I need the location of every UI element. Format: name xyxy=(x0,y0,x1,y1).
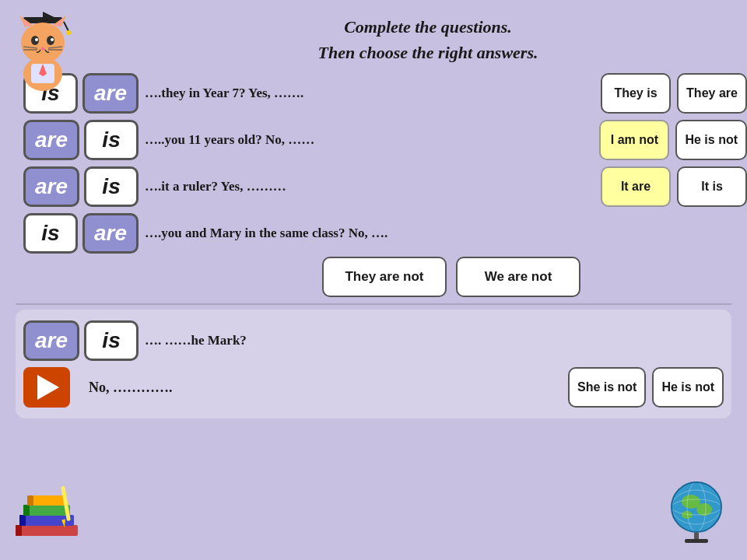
svg-point-3 xyxy=(66,30,71,35)
page: Complete the questions. Then choose the … xyxy=(0,0,747,560)
word-btns-q5: are is xyxy=(23,320,139,361)
question-row-q1: is are ….they in Year 7? Yes, ……. They i… xyxy=(0,73,747,114)
q1-answers: They is They are xyxy=(601,73,747,114)
q4-text: ….you and Mary in the same class? No, …. xyxy=(145,226,747,241)
q2-btn-are[interactable]: are xyxy=(23,120,79,160)
q3-text: ….it a ruler? Yes, ……… xyxy=(145,179,594,194)
q2-text: …..you 11 years old? No, …… xyxy=(145,132,593,148)
q1-answer-1[interactable]: They is xyxy=(601,73,671,114)
q2-btn-is[interactable]: is xyxy=(84,120,139,160)
header-title: Complete the questions. Then choose the … xyxy=(109,14,747,65)
svg-rect-31 xyxy=(16,525,78,536)
cat-decoration xyxy=(8,8,93,93)
q5-btn-are[interactable]: are xyxy=(23,320,79,361)
word-btns-q3: are is xyxy=(23,166,139,207)
svg-rect-37 xyxy=(23,505,30,516)
play-button[interactable] xyxy=(23,367,70,408)
q5-text: …. ……he Mark? xyxy=(145,333,724,348)
question-row-q4: is are ….you and Mary in the same class?… xyxy=(0,213,747,254)
q3-btn-are[interactable]: are xyxy=(23,166,79,207)
q4-block: is are ….you and Mary in the same class?… xyxy=(0,213,747,297)
q5-answers: She is not He is not xyxy=(568,367,724,408)
q4-btn-are[interactable]: are xyxy=(82,213,139,254)
q4-btn-is[interactable]: is xyxy=(23,213,78,254)
question-row-q2: are is …..you 11 years old? No, …… I am … xyxy=(0,120,747,160)
books-decoration xyxy=(8,482,86,552)
q2-answers: I am not He is not xyxy=(599,120,747,160)
svg-point-11 xyxy=(35,38,38,41)
q3-answer-2[interactable]: It is xyxy=(677,166,747,207)
q1-text: ….they in Year 7? Yes, ……. xyxy=(145,86,594,101)
q5-no-row: No, …………. She is not He is not xyxy=(23,367,724,408)
q3-btn-is[interactable]: is xyxy=(84,166,139,207)
header-line1: Complete the questions. xyxy=(344,17,512,37)
header: Complete the questions. Then choose the … xyxy=(109,0,747,73)
q5-answer-2[interactable]: He is not xyxy=(652,367,724,408)
svg-rect-33 xyxy=(23,505,70,516)
svg-point-12 xyxy=(51,38,54,41)
svg-rect-36 xyxy=(19,515,26,526)
svg-rect-22 xyxy=(685,539,708,543)
q2-answer-2[interactable]: He is not xyxy=(675,120,747,160)
q4-answers: They are not We are not xyxy=(0,257,747,297)
play-icon xyxy=(37,375,59,400)
word-btns-q2: are is xyxy=(23,120,139,160)
q3-answers: It are It is xyxy=(601,166,747,207)
svg-rect-32 xyxy=(19,515,74,526)
svg-rect-35 xyxy=(16,525,22,536)
q5-block: are is …. ……he Mark? No, …………. She is no… xyxy=(16,310,731,418)
divider xyxy=(16,303,731,305)
q3-answer-1[interactable]: It are xyxy=(601,166,671,207)
q4-answer-1[interactable]: They are not xyxy=(322,257,447,297)
header-line2: Then choose the right answers. xyxy=(318,43,538,62)
q2-answer-1[interactable]: I am not xyxy=(599,120,669,160)
word-btns-q4: is are xyxy=(23,213,139,254)
q5-btn-is[interactable]: is xyxy=(84,320,139,361)
svg-rect-38 xyxy=(27,495,33,506)
q4-answer-2[interactable]: We are not xyxy=(456,257,580,297)
q5-no-text: No, …………. xyxy=(89,380,173,396)
q5-answer-1[interactable]: She is not xyxy=(568,367,646,408)
question-row-q5: are is …. ……he Mark? xyxy=(23,320,724,361)
q1-answer-2[interactable]: They are xyxy=(677,73,747,114)
svg-line-2 xyxy=(64,22,68,31)
globe-decoration xyxy=(661,474,731,544)
question-row-q3: are is ….it a ruler? Yes, ……… It are It … xyxy=(0,166,747,207)
